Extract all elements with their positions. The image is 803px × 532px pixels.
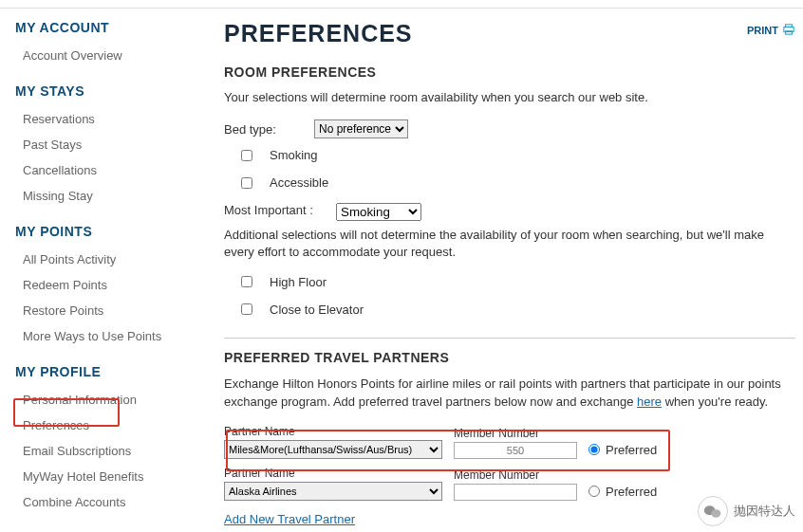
high-floor-checkbox[interactable] — [241, 276, 252, 287]
partner-name-label: Partner Name — [224, 425, 442, 438]
most-important-select[interactable]: Smoking — [336, 203, 421, 221]
main-content: PRINT PREFERENCES ROOM PREFERENCES Your … — [205, 20, 795, 530]
watermark: 抛因特达人 — [698, 496, 795, 526]
sidebar-item-reservations[interactable]: Reservations — [15, 106, 205, 132]
watermark-text: 抛因特达人 — [734, 503, 795, 520]
sidebar-item-myway[interactable]: MyWay Hotel Benefits — [15, 464, 205, 489]
nav-header-profile: MY PROFILE — [15, 364, 205, 379]
print-icon — [782, 24, 795, 37]
print-label: PRINT — [747, 25, 778, 36]
most-important-label: Most Important : — [224, 203, 336, 217]
smoking-checkbox[interactable] — [241, 150, 252, 161]
room-prefs-heading: ROOM PREFERENCES — [224, 64, 795, 80]
member-number-label: Member Number — [454, 427, 577, 440]
add-partner-link[interactable]: Add New Travel Partner — [224, 512, 355, 526]
preferred-radio-1[interactable] — [588, 486, 600, 497]
partner-name-label: Partner Name — [224, 467, 442, 480]
sidebar-item-cancellations[interactable]: Cancellations — [15, 157, 205, 183]
close-elevator-label: Close to Elevator — [270, 303, 364, 317]
sidebar-item-redeem-points[interactable]: Redeem Points — [15, 272, 205, 298]
sidebar-item-preferences[interactable]: Preferences — [15, 413, 205, 438]
svg-rect-1 — [786, 25, 793, 28]
partner-name-select-0[interactable]: Miles&More(Lufthansa/Swiss/Aus/Brus) — [224, 440, 442, 459]
partner-row: Partner Name Miles&More(Lufthansa/Swiss/… — [224, 425, 795, 459]
preferred-radio-0[interactable] — [588, 444, 600, 455]
sidebar-item-personal-info[interactable]: Personal Information — [15, 387, 205, 413]
bed-type-label: Bed type: — [224, 122, 314, 137]
sidebar-item-more-ways[interactable]: More Ways to Use Points — [15, 323, 205, 349]
member-number-label: Member Number — [454, 468, 577, 482]
wechat-icon — [698, 496, 728, 526]
print-button[interactable]: PRINT — [747, 24, 795, 37]
close-elevator-checkbox[interactable] — [241, 303, 252, 315]
sidebar-item-email-subs[interactable]: Email Subscriptions — [15, 438, 205, 464]
nav-header-points: MY POINTS — [15, 224, 205, 239]
preferred-label: Preferred — [606, 443, 657, 457]
svg-point-4 — [711, 509, 720, 517]
bed-type-select[interactable]: No preference — [314, 119, 408, 138]
smoking-label: Smoking — [270, 148, 318, 162]
room-prefs-intro: Your selections will determine room avai… — [224, 89, 795, 106]
sidebar-item-restore-points[interactable]: Restore Points — [15, 298, 205, 323]
page-title: PREFERENCES — [224, 20, 795, 47]
accessible-checkbox[interactable] — [241, 177, 252, 189]
sidebar-item-combine[interactable]: Combine Accounts — [15, 489, 205, 515]
exchange-here-link[interactable]: here — [637, 394, 662, 409]
sidebar-item-account-overview[interactable]: Account Overview — [15, 43, 205, 68]
additional-note: Additional selections will not determine… — [224, 227, 795, 261]
preferred-label: Preferred — [606, 485, 657, 499]
partners-desc: Exchange Hilton Honors Points for airlin… — [224, 375, 795, 412]
high-floor-label: High Floor — [270, 275, 327, 289]
accessible-label: Accessible — [270, 175, 328, 190]
sidebar-item-past-stays[interactable]: Past Stays — [15, 132, 205, 157]
sidebar: MY ACCOUNT Account Overview MY STAYS Res… — [15, 20, 205, 530]
partners-heading: PREFERRED TRAVEL PARTNERS — [224, 350, 795, 365]
member-number-input-0[interactable] — [454, 442, 577, 459]
nav-header-stays: MY STAYS — [15, 83, 205, 99]
partner-name-select-1[interactable]: Alaska Airlines — [224, 482, 442, 501]
nav-header-account: MY ACCOUNT — [15, 20, 205, 35]
sidebar-item-all-points[interactable]: All Points Activity — [15, 247, 205, 272]
member-number-input-1[interactable] — [454, 484, 577, 501]
sidebar-item-missing-stay[interactable]: Missing Stay — [15, 183, 205, 209]
